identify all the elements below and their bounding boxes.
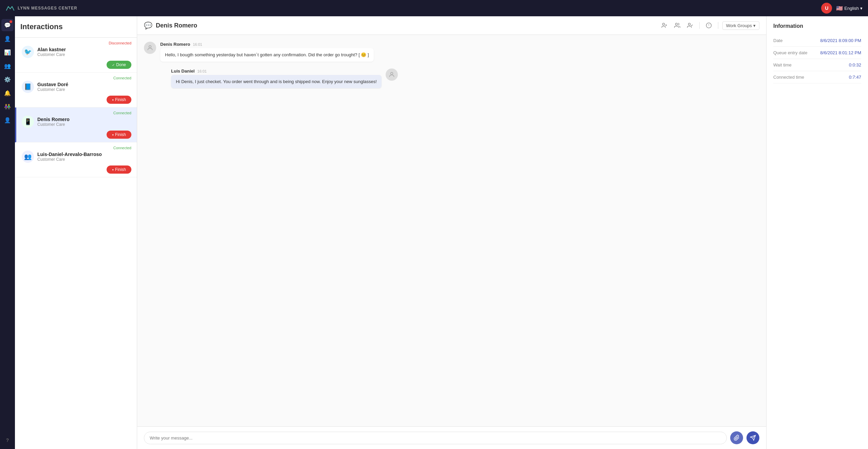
chat-panel: 💬 Denis Romero Work Groups (137, 16, 766, 449)
icon-denis: 📱 (22, 116, 34, 128)
svg-point-3 (675, 23, 677, 25)
info-row-wait-time: Wait time 0:0:32 (773, 59, 861, 71)
queue-alan: Customer Care (37, 52, 131, 57)
settings-icon: ⚙️ (4, 76, 11, 83)
name-luis: Luis-Daniel-Arevalo-Barroso (37, 152, 131, 157)
sidebar-item-user[interactable]: 👤 (1, 114, 14, 126)
sidebar-item-interactions[interactable]: 💬 (1, 19, 14, 31)
chat-header: 💬 Denis Romero Work Groups (137, 16, 766, 35)
sidebar-item-notifications[interactable]: 🔔 (1, 87, 14, 99)
info-icon[interactable] (704, 20, 714, 31)
interaction-item-luis[interactable]: Connected 👥 Luis-Daniel-Arevalo-Barroso … (15, 142, 137, 177)
language-label: English (844, 6, 859, 11)
attach-button[interactable] (730, 431, 743, 444)
msg-sender-1: Denis Romero (160, 42, 190, 47)
logo: LYNN MESSAGES CENTER (5, 5, 77, 11)
chevron-down-icon-wg: ▾ (753, 23, 756, 28)
svg-point-4 (688, 23, 690, 25)
name-alan: Alan kastner (37, 47, 131, 52)
transfer-icon[interactable] (685, 20, 695, 31)
interactions-panel: Interactions Disconnected 🐦 Alan kastner… (15, 16, 137, 449)
msg-bubble-2: Hi Denis, I just checket. You order went… (171, 75, 382, 89)
chat-icon: 💬 (4, 22, 11, 28)
svg-point-9 (391, 72, 393, 75)
help-icon: ? (6, 437, 9, 443)
toolbar-icons: Work Groups ▾ (659, 20, 759, 31)
info-row-connected-time: Connected time 0:7:47 (773, 71, 861, 83)
contacts-icon: 👥 (4, 63, 11, 69)
chat-bubble-icon: 💬 (144, 21, 152, 30)
message-input[interactable] (144, 432, 727, 444)
user-avatar: U (821, 3, 832, 14)
queue-gustave: Customer Care (37, 87, 131, 92)
svg-point-8 (149, 45, 151, 48)
status-gustave: Connected (22, 76, 131, 80)
info-value-date: 8/6/2021 8:09:00 PM (820, 38, 861, 43)
toolbar-divider-2 (718, 22, 718, 29)
svg-point-0 (662, 23, 664, 25)
finish-button-denis[interactable]: Finish (107, 131, 131, 139)
send-button[interactable] (746, 431, 759, 444)
info-label-queue-date: Queue entry date (773, 50, 807, 55)
main-layout: 💬 👤 📊 👥 ⚙️ 🔔 👫 👤 ? Interactions (0, 16, 868, 449)
info-row-date: Date 8/6/2021 8:09:00 PM (773, 35, 861, 47)
sidebar-nav: 💬 👤 📊 👥 ⚙️ 🔔 👫 👤 ? (0, 16, 15, 449)
language-selector[interactable]: 🇺🇸 English ▾ (836, 5, 863, 12)
topbar: LYNN MESSAGES CENTER U 🇺🇸 English ▾ (0, 0, 868, 16)
info-row-queue-date: Queue entry date 8/6/2021 8:01:12 PM (773, 47, 861, 59)
sidebar-item-teams[interactable]: 👫 (1, 100, 14, 113)
info-label-wait-time: Wait time (773, 62, 792, 67)
message-row-2: Luis Daniel 16:01 Hi Denis, I just check… (144, 69, 759, 89)
status-denis: Connected (22, 111, 131, 115)
icon-luis: 👥 (22, 151, 34, 163)
msg-bubble-1: Hello, I bougth something yesterday but … (160, 48, 374, 62)
finish-button-gustave[interactable]: Finish (107, 96, 131, 104)
name-denis: Denis Romero (37, 117, 131, 122)
icon-gustave: 📘 (22, 81, 34, 93)
done-button-alan[interactable]: Done (107, 61, 131, 69)
info-panel: Information Date 8/6/2021 8:09:00 PM Que… (766, 16, 868, 449)
work-groups-button[interactable]: Work Groups ▾ (722, 21, 759, 30)
chat-messages: Denis Romero 16:01 Hello, I bougth somet… (137, 35, 766, 426)
customer-avatar (144, 42, 156, 54)
sidebar-item-reports[interactable]: 📊 (1, 46, 14, 58)
add-user-icon[interactable] (659, 20, 669, 31)
flag-icon: 🇺🇸 (836, 5, 843, 12)
info-value-queue-date: 8/6/2021 8:01:12 PM (820, 50, 861, 55)
info-value-connected-time: 0:7:47 (849, 75, 861, 80)
queue-denis: Customer Care (37, 122, 131, 127)
interactions-header: Interactions (15, 16, 137, 38)
interactions-title: Interactions (20, 22, 63, 31)
message-2-content: Luis Daniel 16:01 Hi Denis, I just check… (171, 69, 382, 89)
interaction-item-gustave[interactable]: Connected 📘 Gustave Doré Customer Care F… (15, 73, 137, 108)
sidebar-item-help[interactable]: ? (1, 434, 14, 446)
teams-icon: 👫 (4, 103, 11, 110)
app-title: LYNN MESSAGES CENTER (18, 6, 77, 11)
profile-icon: 👤 (4, 36, 11, 42)
info-label-connected-time: Connected time (773, 75, 804, 80)
finish-button-luis[interactable]: Finish (107, 165, 131, 174)
status-alan: Disconnected (22, 41, 131, 45)
sidebar-item-profile[interactable]: 👤 (1, 33, 14, 45)
name-gustave: Gustave Doré (37, 82, 131, 87)
toolbar-divider (699, 22, 700, 29)
info-label-date: Date (773, 38, 782, 43)
group-icon[interactable] (672, 20, 682, 31)
reports-icon: 📊 (4, 49, 11, 56)
msg-time-1: 16:01 (193, 42, 202, 46)
info-value-wait-time: 0:0:32 (849, 62, 861, 67)
sidebar-item-contacts[interactable]: 👥 (1, 60, 14, 72)
sidebar-item-settings[interactable]: ⚙️ (1, 73, 14, 85)
queue-luis: Customer Care (37, 157, 131, 162)
message-row-1: Denis Romero 16:01 Hello, I bougth somet… (144, 42, 759, 62)
chat-contact-name: Denis Romero (156, 22, 197, 29)
msg-time-2: 16:01 (197, 69, 207, 73)
notifications-icon: 🔔 (4, 90, 11, 96)
message-1-content: Denis Romero 16:01 Hello, I bougth somet… (160, 42, 374, 62)
msg-sender-2: Luis Daniel (171, 69, 195, 74)
info-panel-title: Information (773, 23, 861, 29)
interaction-item-alan[interactable]: Disconnected 🐦 Alan kastner Customer Car… (15, 38, 137, 73)
chevron-down-icon: ▾ (860, 6, 863, 11)
status-luis: Connected (22, 146, 131, 150)
interaction-item-denis[interactable]: Connected 📱 Denis Romero Customer Care F… (15, 108, 137, 142)
